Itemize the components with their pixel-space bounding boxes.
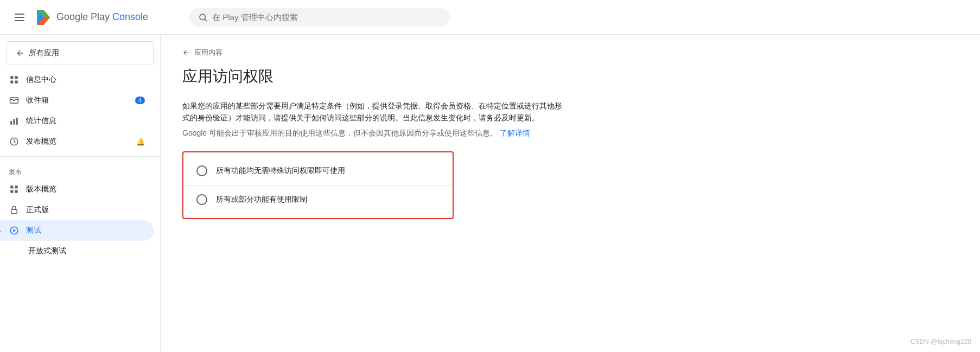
publish-section-label: 发布 — [0, 161, 160, 179]
breadcrumb-text: 应用内容 — [194, 48, 222, 57]
radio-label-restricted: 所有或部分功能有使用限制 — [216, 195, 307, 204]
watermark: CSDN @fqcheng220 — [911, 338, 971, 345]
svg-rect-6 — [10, 76, 13, 79]
menu-button[interactable] — [9, 7, 30, 28]
sidebar-item-label: 发布概览 — [26, 137, 56, 146]
svg-rect-8 — [10, 81, 13, 84]
search-icon — [198, 12, 208, 22]
breadcrumb[interactable]: 应用内容 — [182, 48, 958, 57]
radio-button-restricted[interactable] — [196, 194, 207, 205]
svg-rect-12 — [14, 119, 15, 125]
google-note-text: Google 可能会出于审核应用的目的使用这些信息，但不会因其他原因而分享或使用… — [182, 129, 498, 137]
sidebar-item-inbox[interactable]: 收件箱 4 — [0, 90, 154, 111]
sidebar-item-label: 开放式测试 — [28, 246, 66, 256]
play-icon — [9, 226, 20, 235]
sidebar-item-open-test[interactable]: 开放式测试 — [0, 241, 154, 261]
inbox-badge: 4 — [135, 97, 145, 104]
lock-icon — [9, 205, 20, 215]
svg-rect-13 — [16, 118, 18, 125]
svg-rect-9 — [15, 81, 18, 84]
breadcrumb-arrow-icon — [182, 49, 190, 56]
options-box: 所有功能均无需特殊访问权限即可使用 所有或部分功能有使用限制 — [182, 151, 454, 219]
sidebar-item-dashboard[interactable]: 信息中心 — [0, 69, 154, 90]
clock-icon — [9, 137, 20, 146]
svg-rect-19 — [11, 209, 17, 214]
radio-option-restricted[interactable]: 所有或部分功能有使用限制 — [183, 185, 453, 214]
sidebar-item-label: 统计信息 — [26, 116, 56, 126]
header: Google Play Console — [0, 0, 980, 35]
body-container: 所有应用 信息中心 收件箱 4 — [0, 35, 980, 352]
svg-rect-17 — [10, 190, 13, 193]
sidebar-item-label: 测试 — [26, 226, 41, 235]
version-icon — [9, 184, 20, 194]
active-arrow-icon: ▶ — [0, 228, 1, 234]
bar-chart-icon — [9, 116, 20, 126]
svg-rect-18 — [15, 190, 18, 193]
arrow-left-icon — [16, 49, 24, 57]
sidebar-item-label: 版本概览 — [26, 184, 56, 194]
main-content: 应用内容 应用访问权限 如果您的应用的某些部分需要用户满足特定条件（例如，提供登… — [161, 35, 980, 352]
logo-area: Google Play Console — [35, 9, 148, 26]
search-bar — [189, 8, 450, 27]
back-to-all-apps-button[interactable]: 所有应用 — [7, 41, 154, 65]
page-title: 应用访问权限 — [182, 66, 958, 87]
grid-icon — [9, 75, 20, 85]
radio-option-no-restriction[interactable]: 所有功能均无需特殊访问权限即可使用 — [183, 157, 453, 185]
svg-rect-11 — [10, 121, 12, 125]
sidebar-item-label: 信息中心 — [26, 75, 56, 85]
sidebar-item-version-overview[interactable]: 版本概览 — [0, 179, 154, 200]
google-play-logo-icon — [35, 9, 52, 26]
sidebar-item-test[interactable]: ▶ 测试 — [0, 220, 154, 241]
radio-label-no-restriction: 所有功能均无需特殊访问权限即可使用 — [216, 166, 345, 176]
back-label: 所有应用 — [29, 48, 59, 58]
learn-more-link[interactable]: 了解详情 — [500, 129, 530, 137]
radio-button-no-restriction[interactable] — [196, 165, 207, 176]
search-input[interactable] — [212, 12, 441, 22]
svg-rect-16 — [15, 185, 18, 188]
sidebar-item-statistics[interactable]: 统计信息 — [0, 111, 154, 131]
sidebar-item-release[interactable]: 正式版 — [0, 200, 154, 220]
svg-rect-15 — [10, 185, 13, 188]
inbox-icon — [9, 95, 20, 105]
sidebar-item-label: 收件箱 — [26, 95, 49, 105]
sidebar: 所有应用 信息中心 收件箱 4 — [0, 35, 161, 352]
sidebar-item-label: 正式版 — [26, 205, 49, 215]
sidebar-divider — [0, 156, 160, 157]
description-text: 如果您的应用的某些部分需要用户满足特定条件（例如，提供登录凭据、取得会员资格、在… — [182, 100, 562, 124]
logo-text: Google Play Console — [56, 11, 148, 23]
hamburger-icon — [15, 14, 24, 21]
svg-line-5 — [205, 19, 206, 21]
svg-rect-7 — [15, 76, 18, 79]
bell-icon: 🔔 — [136, 138, 145, 146]
google-note: Google 可能会出于审核应用的目的使用这些信息，但不会因其他原因而分享或使用… — [182, 129, 562, 138]
sidebar-item-release-overview[interactable]: 发布概览 🔔 — [0, 131, 154, 152]
